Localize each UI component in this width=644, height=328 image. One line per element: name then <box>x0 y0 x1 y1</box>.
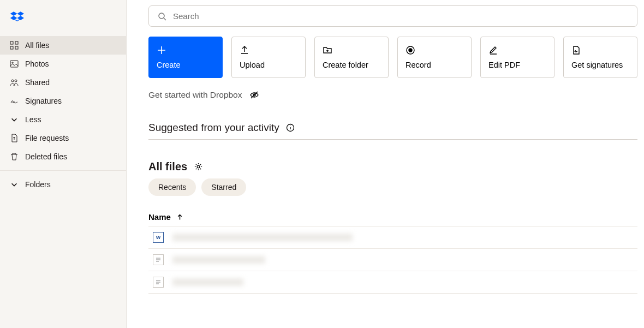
svg-rect-0 <box>10 41 13 44</box>
suggested-title: Suggested from your activity <box>148 122 637 134</box>
svg-point-8 <box>159 13 164 19</box>
sidebar-item-photos[interactable]: Photos <box>0 55 126 73</box>
file-name-redacted: x <box>172 234 353 241</box>
chevron-down-icon <box>10 180 19 189</box>
upload-button[interactable]: Upload <box>231 37 306 78</box>
get-signatures-button[interactable]: Get signatures <box>563 37 637 78</box>
svg-rect-2 <box>10 46 13 49</box>
sidebar-item-label: File requests <box>25 134 69 142</box>
folder-plus-icon <box>323 45 332 55</box>
svg-point-5 <box>12 62 13 63</box>
sidebar-item-label: Shared <box>25 78 50 87</box>
svg-rect-1 <box>15 41 18 44</box>
sidebar-item-all-files[interactable]: All files <box>0 36 126 55</box>
dropbox-logo[interactable] <box>0 10 126 36</box>
sort-arrow-up-icon <box>176 213 183 220</box>
sidebar-item-shared[interactable]: Shared <box>0 73 126 92</box>
sidebar-item-label: All files <box>25 41 49 50</box>
chip-recents[interactable]: Recents <box>148 178 196 196</box>
record-button[interactable]: Record <box>397 37 472 78</box>
sidebar-item-less[interactable]: Less <box>0 110 126 129</box>
sidebar-item-label: Signatures <box>25 97 62 105</box>
file-request-icon <box>10 134 19 142</box>
table-row[interactable]: x <box>148 249 637 271</box>
action-buttons: Create Upload Create folder Record Edit … <box>148 37 637 78</box>
gear-icon[interactable] <box>194 162 203 171</box>
create-folder-button[interactable]: Create folder <box>314 37 389 78</box>
svg-rect-3 <box>15 46 18 49</box>
svg-point-10 <box>409 49 412 52</box>
sidebar: All files Photos Shared Signatures Less … <box>0 0 127 328</box>
svg-rect-4 <box>10 61 18 67</box>
sidebar-item-signatures[interactable]: Signatures <box>0 92 126 110</box>
action-label: Create folder <box>323 61 380 69</box>
sidebar-divider <box>0 170 126 171</box>
action-label: Upload <box>240 61 297 69</box>
all-files-title: All files <box>148 160 637 173</box>
sidebar-item-label: Deleted files <box>25 152 67 161</box>
action-label: Create <box>157 61 214 69</box>
action-label: Get signatures <box>571 61 629 69</box>
signature-icon <box>10 97 19 105</box>
svg-point-13 <box>197 165 200 168</box>
divider <box>148 139 637 140</box>
info-icon[interactable] <box>286 123 295 132</box>
signature-doc-icon <box>571 45 581 55</box>
word-doc-icon <box>153 232 164 243</box>
table-row[interactable]: x <box>148 271 637 294</box>
chip-starred[interactable]: Starred <box>201 178 246 196</box>
sidebar-item-deleted-files[interactable]: Deleted files <box>0 147 126 166</box>
get-started-row: Get started with Dropbox <box>148 90 637 100</box>
pencil-icon <box>488 45 498 55</box>
filter-chips: Recents Starred <box>148 178 637 196</box>
column-header-name[interactable]: Name <box>148 208 637 226</box>
record-icon <box>406 45 415 55</box>
main-content: Create Upload Create folder Record Edit … <box>127 0 644 328</box>
grid-icon <box>10 41 19 50</box>
create-button[interactable]: Create <box>148 37 223 78</box>
search-bar[interactable] <box>148 5 637 27</box>
chevron-down-icon <box>10 115 19 124</box>
sidebar-item-label: Photos <box>25 59 49 68</box>
upload-icon <box>240 45 249 55</box>
action-label: Record <box>406 61 463 69</box>
svg-point-7 <box>15 80 17 82</box>
hide-icon[interactable] <box>249 90 259 100</box>
svg-point-6 <box>11 80 14 82</box>
shared-icon <box>10 78 19 87</box>
file-name-redacted: x <box>172 256 265 264</box>
action-label: Edit PDF <box>488 61 546 69</box>
table-row[interactable]: x <box>148 226 637 249</box>
get-started-text: Get started with Dropbox <box>148 90 242 100</box>
sidebar-item-label: Less <box>25 115 41 124</box>
edit-pdf-button[interactable]: Edit PDF <box>480 37 554 78</box>
file-name-redacted: x <box>172 278 243 286</box>
plus-icon <box>157 45 166 55</box>
sidebar-item-folders[interactable]: Folders <box>0 175 126 194</box>
sidebar-item-file-requests[interactable]: File requests <box>0 129 126 147</box>
search-icon <box>158 12 166 21</box>
doc-icon <box>153 254 164 265</box>
trash-icon <box>10 152 19 161</box>
doc-icon <box>153 277 164 288</box>
photo-icon <box>10 59 19 68</box>
sidebar-item-label: Folders <box>25 180 51 189</box>
search-input[interactable] <box>173 11 628 21</box>
